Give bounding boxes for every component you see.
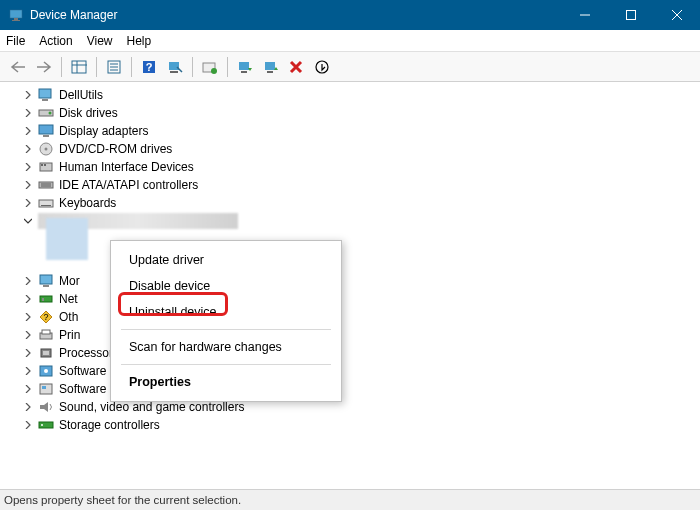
tree-child-selected[interactable]: [0, 230, 700, 248]
tree-item[interactable]: DVD/CD-ROM drives: [0, 140, 700, 158]
hid-icon: [38, 159, 54, 175]
svg-rect-23: [267, 71, 273, 73]
svg-text:?: ?: [43, 312, 48, 322]
menu-file[interactable]: File: [6, 34, 25, 48]
tree-item[interactable]: Prin: [0, 326, 700, 344]
ctx-update-driver[interactable]: Update driver: [111, 247, 341, 273]
tree-item[interactable]: Disk drives: [0, 104, 700, 122]
tree-item[interactable]: Human Interface Devices: [0, 158, 700, 176]
add-legacy-button[interactable]: [311, 55, 335, 79]
svg-rect-22: [265, 62, 275, 70]
other-icon: ?: [38, 309, 54, 325]
chevron-right-icon[interactable]: [22, 401, 34, 413]
chevron-right-icon[interactable]: [22, 293, 34, 305]
enable-device-button[interactable]: [233, 55, 257, 79]
status-text: Opens property sheet for the current sel…: [4, 494, 241, 506]
redacted-device: [46, 218, 88, 260]
tree-item[interactable]: Storage controllers: [0, 416, 700, 434]
display-icon: [38, 123, 54, 139]
tree-item[interactable]: IDE ATA/ATAPI controllers: [0, 176, 700, 194]
ctx-uninstall-device[interactable]: Uninstall device: [111, 299, 341, 325]
svg-rect-48: [43, 351, 49, 355]
uninstall-device-button[interactable]: [285, 55, 309, 79]
tree-item[interactable]: ? Oth: [0, 308, 700, 326]
tree-item[interactable]: Keyboards: [0, 194, 700, 212]
svg-rect-37: [41, 183, 51, 187]
svg-rect-7: [72, 61, 86, 73]
ctx-separator: [121, 329, 331, 330]
sound-icon: [38, 399, 54, 415]
dvd-icon: [38, 141, 54, 157]
chevron-right-icon[interactable]: [22, 329, 34, 341]
show-hide-console-button[interactable]: [67, 55, 91, 79]
ctx-scan-hardware[interactable]: Scan for hardware changes: [111, 334, 341, 360]
tree-item[interactable]: DellUtils: [0, 86, 700, 104]
svg-point-32: [45, 148, 48, 151]
minimize-button[interactable]: [562, 0, 608, 30]
forward-button[interactable]: [32, 55, 56, 79]
svg-rect-4: [627, 11, 636, 20]
tree-item-expanded[interactable]: [0, 212, 700, 230]
chevron-right-icon[interactable]: [22, 107, 34, 119]
tree-label: Sound, video and game controllers: [59, 400, 244, 414]
svg-rect-41: [43, 285, 49, 287]
chevron-right-icon[interactable]: [22, 197, 34, 209]
chevron-right-icon[interactable]: [22, 143, 34, 155]
tree-item[interactable]: Display adapters: [0, 122, 700, 140]
tree-label: IDE ATA/ATAPI controllers: [59, 178, 198, 192]
chevron-right-icon[interactable]: [22, 161, 34, 173]
tree-label: Storage controllers: [59, 418, 160, 432]
svg-rect-21: [241, 71, 247, 73]
toolbar-separator: [131, 57, 132, 77]
update-driver-button[interactable]: [198, 55, 222, 79]
tree-item[interactable]: Net: [0, 290, 700, 308]
scan-button[interactable]: [163, 55, 187, 79]
ctx-disable-device[interactable]: Disable device: [111, 273, 341, 299]
svg-point-28: [49, 112, 52, 115]
chevron-right-icon[interactable]: [22, 89, 34, 101]
tree-label: Prin: [59, 328, 80, 342]
properties-button[interactable]: [102, 55, 126, 79]
chevron-right-icon[interactable]: [22, 365, 34, 377]
chevron-right-icon[interactable]: [22, 179, 34, 191]
tree-label: Human Interface Devices: [59, 160, 194, 174]
svg-rect-26: [42, 99, 48, 101]
network-icon: [38, 291, 54, 307]
maximize-button[interactable]: [608, 0, 654, 30]
back-button[interactable]: [6, 55, 30, 79]
keyboard-icon: [38, 195, 54, 211]
tree-item[interactable]: Sound, video and game controllers: [0, 398, 700, 416]
device-tree[interactable]: DellUtils Disk drives Display adapters D…: [0, 82, 700, 490]
titlebar: Device Manager: [0, 0, 700, 30]
software-device-icon: [38, 381, 54, 397]
chevron-right-icon[interactable]: [22, 419, 34, 431]
toolbar-separator: [227, 57, 228, 77]
ctx-separator: [121, 364, 331, 365]
svg-rect-16: [169, 62, 179, 70]
tree-item[interactable]: Processors: [0, 344, 700, 362]
tree-item[interactable]: Mor: [0, 272, 700, 290]
menu-view[interactable]: View: [87, 34, 113, 48]
window-controls: [562, 0, 700, 30]
ctx-properties[interactable]: Properties: [111, 369, 341, 395]
close-button[interactable]: [654, 0, 700, 30]
svg-point-50: [44, 369, 48, 373]
help-button[interactable]: ?: [137, 55, 161, 79]
disable-device-button[interactable]: [259, 55, 283, 79]
menu-action[interactable]: Action: [39, 34, 72, 48]
chevron-right-icon[interactable]: [22, 275, 34, 287]
tree-item[interactable]: Software components: [0, 362, 700, 380]
chevron-right-icon[interactable]: [22, 125, 34, 137]
chevron-right-icon[interactable]: [22, 311, 34, 323]
chevron-down-icon[interactable]: [22, 215, 34, 227]
printer-icon: [38, 327, 54, 343]
window-title: Device Manager: [30, 8, 117, 22]
svg-rect-29: [39, 125, 53, 134]
tree-label: Net: [59, 292, 78, 306]
tree-item[interactable]: Software devices: [0, 380, 700, 398]
chevron-right-icon[interactable]: [22, 347, 34, 359]
tree-label: DellUtils: [59, 88, 103, 102]
menu-help[interactable]: Help: [127, 34, 152, 48]
context-menu: Update driver Disable device Uninstall d…: [110, 240, 342, 402]
chevron-right-icon[interactable]: [22, 383, 34, 395]
